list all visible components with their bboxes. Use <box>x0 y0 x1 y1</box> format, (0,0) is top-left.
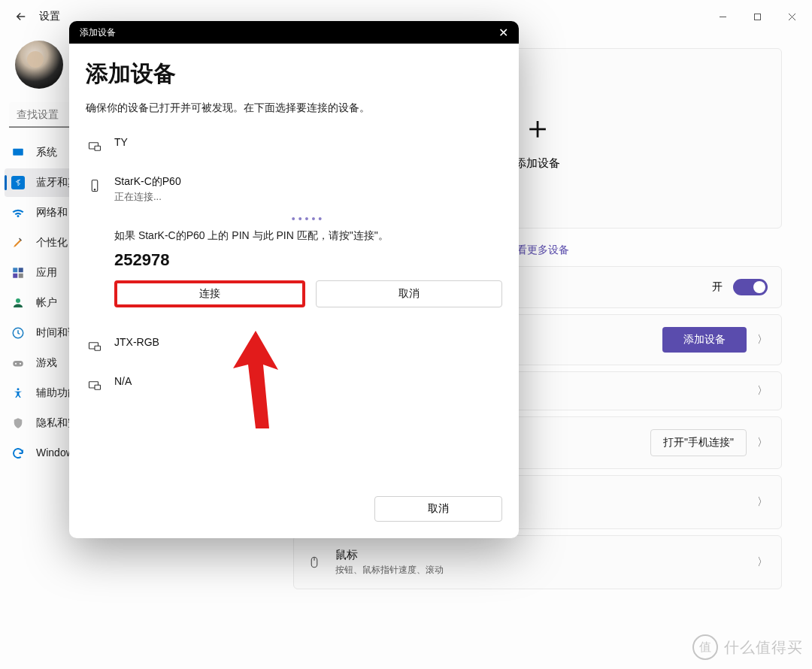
chevron-right-icon: 〉 <box>757 495 768 509</box>
nav-label: 系统 <box>36 146 57 159</box>
privacy-icon <box>11 416 26 431</box>
connecting-panel: ••••• 如果 StarK-C的P60 上的 PIN 与此 PIN 匹配，请按… <box>86 213 502 307</box>
chevron-right-icon[interactable]: 〉 <box>757 333 768 347</box>
svg-rect-5 <box>19 268 23 272</box>
svg-rect-7 <box>19 274 23 278</box>
system-icon <box>11 145 26 160</box>
accessibility-icon <box>11 386 26 401</box>
time-icon <box>11 325 26 341</box>
wifi-icon <box>11 205 26 220</box>
monitor-icon <box>86 338 104 356</box>
plus-icon: ＋ <box>522 107 553 149</box>
device-row-jtx[interactable]: JTX-RGB <box>86 328 502 368</box>
row-subtitle: 按钮、鼠标指针速度、滚动 <box>335 564 747 577</box>
svg-rect-26 <box>95 385 101 389</box>
open-phone-link-button[interactable]: 打开"手机连接" <box>650 429 747 456</box>
device-row-ty[interactable]: TY <box>86 129 502 168</box>
back-button[interactable] <box>14 9 29 24</box>
pin-code: 252978 <box>114 250 502 270</box>
svg-rect-20 <box>95 146 101 150</box>
monitor-icon <box>86 138 104 156</box>
nav-label: 应用 <box>36 266 57 280</box>
svg-rect-4 <box>13 268 17 272</box>
brush-icon <box>11 235 26 250</box>
device-row-p60[interactable]: StarK-C的P60 正在连接... <box>86 168 502 208</box>
dialog-header: 添加设备 ✕ <box>69 21 519 44</box>
chevron-right-icon[interactable]: 〉 <box>757 436 768 450</box>
close-button[interactable] <box>774 5 809 29</box>
svg-rect-0 <box>754 14 760 20</box>
game-icon <box>11 356 26 371</box>
dialog-title: 添加设备 <box>86 59 502 89</box>
bluetooth-toggle[interactable] <box>733 279 768 295</box>
svg-rect-10 <box>13 361 23 367</box>
device-status: 正在连接... <box>114 190 181 204</box>
svg-rect-24 <box>95 346 101 350</box>
dialog-description: 确保你的设备已打开并可被发现。在下面选择要连接的设备。 <box>86 101 502 115</box>
user-avatar[interactable] <box>15 41 63 89</box>
add-device-button[interactable]: 添加设备 <box>662 327 747 353</box>
watermark: 值 什么值得买 <box>692 634 803 660</box>
add-device-tile-label: 添加设备 <box>515 156 560 171</box>
svg-rect-2 <box>13 149 23 156</box>
nav-label: 帐户 <box>36 296 57 310</box>
watermark-text: 什么值得买 <box>724 637 803 658</box>
nav-label: 个性化 <box>36 236 68 250</box>
device-name: JTX-RGB <box>114 336 159 348</box>
svg-point-11 <box>15 363 17 365</box>
dialog-close-button[interactable]: ✕ <box>498 26 508 40</box>
add-device-dialog: 添加设备 ✕ 添加设备 确保你的设备已打开并可被发现。在下面选择要连接的设备。 … <box>69 21 519 538</box>
svg-rect-6 <box>13 274 17 278</box>
account-icon <box>11 295 26 310</box>
bluetooth-icon <box>11 175 26 190</box>
svg-point-13 <box>17 388 20 390</box>
device-row-na[interactable]: N/A <box>86 368 502 407</box>
loading-dots: ••••• <box>114 213 502 225</box>
chevron-right-icon: 〉 <box>757 555 768 569</box>
device-name: N/A <box>114 375 132 387</box>
svg-point-12 <box>20 363 21 365</box>
dialog-cancel-button[interactable]: 取消 <box>374 496 502 522</box>
watermark-badge: 值 <box>692 634 718 660</box>
update-icon <box>11 446 26 461</box>
connect-button[interactable]: 连接 <box>114 280 305 307</box>
cancel-inline-button[interactable]: 取消 <box>316 280 502 307</box>
maximize-button[interactable] <box>740 5 774 29</box>
nav-label: 游戏 <box>36 356 57 370</box>
mouse-icon <box>308 555 322 570</box>
mouse-row[interactable]: 鼠标 按钮、鼠标指针速度、滚动 〉 <box>293 535 782 589</box>
window-title: 设置 <box>39 10 60 23</box>
chevron-right-icon: 〉 <box>757 384 768 398</box>
svg-point-8 <box>16 298 20 303</box>
dialog-header-title: 添加设备 <box>80 26 116 39</box>
svg-point-22 <box>94 189 95 191</box>
apps-icon <box>11 265 26 280</box>
toggle-state-label: 开 <box>712 280 723 294</box>
minimize-button[interactable] <box>705 5 740 29</box>
row-title: 鼠标 <box>335 548 747 562</box>
pin-instruction: 如果 StarK-C的P60 上的 PIN 与此 PIN 匹配，请按"连接"。 <box>114 229 502 243</box>
monitor-icon <box>86 377 104 395</box>
device-name: StarK-C的P60 <box>114 175 181 189</box>
device-name: TY <box>114 136 128 148</box>
phone-icon <box>86 177 104 195</box>
